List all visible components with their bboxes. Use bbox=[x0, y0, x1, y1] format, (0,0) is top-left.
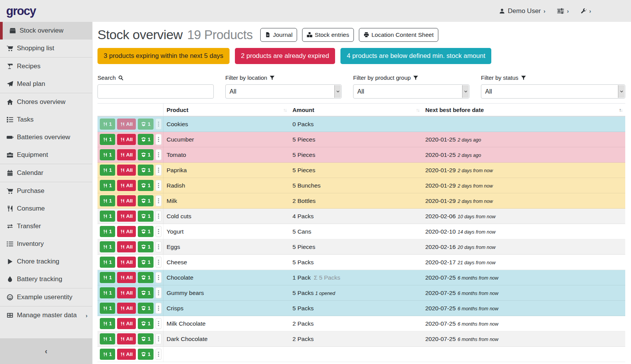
open-one-button[interactable]: 1 bbox=[138, 195, 154, 206]
row-menu-button[interactable] bbox=[155, 119, 162, 130]
sidebar-item-chore-tracking[interactable]: Chore tracking bbox=[0, 253, 92, 270]
open-one-button[interactable]: 1 bbox=[138, 318, 154, 329]
sidebar-item-stock-overview[interactable]: Stock overview bbox=[0, 22, 92, 40]
sort-icon[interactable]: ↑↓ bbox=[416, 107, 420, 113]
location-content-sheet-button[interactable]: Location Content Sheet bbox=[359, 28, 438, 42]
consume-all-button[interactable]: All bbox=[117, 241, 136, 252]
consume-one-button[interactable]: 1 bbox=[100, 180, 115, 191]
row-menu-button[interactable] bbox=[155, 134, 162, 145]
consume-one-button[interactable]: 1 bbox=[100, 303, 115, 314]
status-select[interactable]: All bbox=[481, 84, 625, 99]
open-one-button[interactable]: 1 bbox=[138, 241, 154, 252]
date-column-header[interactable]: Next best before date ↑↓ bbox=[422, 104, 625, 116]
open-one-button[interactable]: 1 bbox=[138, 287, 154, 298]
sidebar-item-chores-overview[interactable]: Chores overview bbox=[0, 93, 92, 111]
row-menu-button[interactable] bbox=[155, 287, 162, 298]
consume-one-button[interactable]: 1 bbox=[100, 211, 115, 222]
row-menu-button[interactable] bbox=[155, 318, 162, 329]
sidebar-item-purchase[interactable]: Purchase bbox=[0, 182, 92, 200]
consume-all-button[interactable]: All bbox=[117, 149, 136, 160]
row-menu-button[interactable] bbox=[155, 211, 162, 222]
consume-one-button[interactable]: 1 bbox=[100, 287, 115, 298]
sidebar-item-battery-tracking[interactable]: Battery tracking bbox=[0, 270, 92, 288]
consume-all-button[interactable]: All bbox=[117, 257, 136, 268]
sidebar-item-meal-plan[interactable]: Meal plan bbox=[0, 75, 92, 93]
open-one-button[interactable]: 1 bbox=[138, 333, 154, 344]
consume-all-button[interactable]: All bbox=[117, 303, 136, 314]
open-one-button[interactable]: 1 bbox=[138, 272, 154, 283]
consume-all-button[interactable]: All bbox=[117, 165, 136, 176]
consume-all-button[interactable]: All bbox=[117, 180, 136, 191]
open-one-button[interactable]: 1 bbox=[138, 149, 154, 160]
consume-one-button[interactable]: 1 bbox=[100, 241, 115, 252]
consume-one-button[interactable]: 1 bbox=[100, 195, 115, 206]
user-menu[interactable]: Demo User bbox=[499, 7, 545, 15]
settings-menu[interactable] bbox=[557, 7, 569, 15]
consume-one-button[interactable]: 1 bbox=[100, 333, 115, 344]
consume-one-button[interactable]: 1 bbox=[100, 349, 115, 360]
consume-one-button[interactable]: 1 bbox=[100, 318, 115, 329]
row-menu-button[interactable] bbox=[155, 257, 162, 268]
row-menu-button[interactable] bbox=[155, 333, 162, 344]
consume-all-button[interactable]: All bbox=[117, 119, 136, 130]
sidebar-collapse-button[interactable] bbox=[0, 338, 92, 364]
sidebar-item-batteries-overview[interactable]: Batteries overview bbox=[0, 128, 92, 146]
row-menu-button[interactable] bbox=[155, 303, 162, 314]
consume-one-button[interactable]: 1 bbox=[100, 272, 115, 283]
sort-icon[interactable]: ↑↓ bbox=[283, 107, 287, 113]
consume-all-button[interactable]: All bbox=[117, 318, 136, 329]
consume-one-button[interactable]: 1 bbox=[100, 226, 115, 237]
stock-entries-button[interactable]: Stock entries bbox=[302, 28, 354, 42]
sidebar-item-equipment[interactable]: Equipment bbox=[0, 146, 92, 164]
consume-all-button[interactable]: All bbox=[117, 211, 136, 222]
open-one-button[interactable]: 1 bbox=[138, 303, 154, 314]
row-menu-button[interactable] bbox=[155, 226, 162, 237]
row-menu-button[interactable] bbox=[155, 180, 162, 191]
row-menu-button[interactable] bbox=[155, 149, 162, 160]
journal-button[interactable]: Journal bbox=[260, 28, 297, 42]
row-menu-button[interactable] bbox=[155, 241, 162, 252]
consume-one-button[interactable]: 1 bbox=[100, 165, 115, 176]
sidebar-item-manage-master-data[interactable]: Manage master data bbox=[0, 306, 92, 324]
sidebar-item-shopping-list[interactable]: Shopping list bbox=[0, 40, 92, 57]
admin-menu[interactable] bbox=[580, 8, 591, 14]
consume-one-button[interactable]: 1 bbox=[100, 119, 115, 130]
alert-4-products-are-below[interactable]: 4 products are below defined min. stock … bbox=[340, 48, 491, 64]
product-column-header[interactable]: Product ↑↓ bbox=[164, 104, 289, 116]
product-group-select[interactable]: All bbox=[353, 84, 469, 99]
open-one-button[interactable]: 1 bbox=[138, 349, 154, 360]
consume-one-button[interactable]: 1 bbox=[100, 257, 115, 268]
open-one-button[interactable]: 1 bbox=[138, 165, 154, 176]
open-one-button[interactable]: 1 bbox=[138, 134, 154, 145]
grocy-logo[interactable]: grocy bbox=[6, 4, 36, 18]
row-menu-button[interactable] bbox=[155, 165, 162, 176]
open-one-button[interactable]: 1 bbox=[138, 180, 154, 191]
sidebar-item-consume[interactable]: Consume bbox=[0, 200, 92, 217]
sidebar-item-tasks[interactable]: Tasks bbox=[0, 111, 92, 128]
alert-3-products-expiring-within[interactable]: 3 products expiring within the next 5 da… bbox=[97, 48, 230, 64]
consume-all-button[interactable]: All bbox=[117, 195, 136, 206]
alert-2-products-are-already[interactable]: 2 products are already expired bbox=[235, 48, 335, 64]
sidebar-item-calendar[interactable]: Calendar bbox=[0, 164, 92, 182]
consume-all-button[interactable]: All bbox=[117, 333, 136, 344]
amount-column-header[interactable]: Amount ↑↓ bbox=[289, 104, 422, 116]
open-one-button[interactable]: 1 bbox=[138, 119, 154, 130]
row-menu-button[interactable] bbox=[155, 272, 162, 283]
consume-all-button[interactable]: All bbox=[117, 287, 136, 298]
open-one-button[interactable]: 1 bbox=[138, 226, 154, 237]
consume-all-button[interactable]: All bbox=[117, 134, 136, 145]
sidebar-item-recipes[interactable]: Recipes bbox=[0, 58, 92, 75]
sidebar-item-inventory[interactable]: Inventory bbox=[0, 235, 92, 253]
row-menu-button[interactable] bbox=[155, 349, 162, 360]
consume-all-button[interactable]: All bbox=[117, 272, 136, 283]
consume-one-button[interactable]: 1 bbox=[100, 149, 115, 160]
sort-icon[interactable]: ↑↓ bbox=[619, 107, 623, 113]
location-select[interactable]: All bbox=[225, 84, 342, 99]
sidebar-item-transfer[interactable]: Transfer bbox=[0, 217, 92, 235]
open-one-button[interactable]: 1 bbox=[138, 257, 154, 268]
consume-all-button[interactable]: All bbox=[117, 226, 136, 237]
search-input[interactable] bbox=[97, 84, 214, 99]
consume-all-button[interactable]: All bbox=[117, 349, 136, 360]
sidebar-item-example-userentity[interactable]: Example userentity bbox=[0, 288, 92, 306]
consume-one-button[interactable]: 1 bbox=[100, 134, 115, 145]
